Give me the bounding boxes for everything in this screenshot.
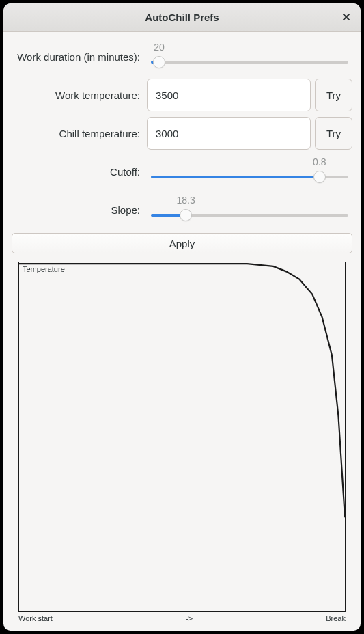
slope-label: Slope:	[12, 204, 147, 216]
slider-thumb[interactable]	[313, 171, 326, 183]
cutoff-row: Cutoff: 0.8	[12, 155, 352, 188]
cutoff-slider[interactable]: 0.8	[147, 155, 352, 188]
chill-temp-label: Chill temperature:	[12, 128, 147, 139]
close-button[interactable]	[337, 9, 355, 27]
work-duration-row: Work duration (in minutes): 20	[12, 40, 352, 73]
chart-xlabel-end: Break	[326, 614, 346, 622]
chart-xlabel-mid: ->	[186, 614, 193, 622]
temperature-chart: Temperature	[18, 262, 346, 612]
slider-thumb[interactable]	[180, 209, 192, 221]
window-title: AutoChill Prefs	[145, 12, 219, 23]
slope-slider[interactable]: 18.3	[147, 193, 352, 226]
cutoff-label: Cutoff:	[12, 166, 147, 178]
slope-row: Slope: 18.3	[12, 193, 352, 226]
work-temp-row: Work temperature: Try	[12, 79, 352, 111]
close-icon	[342, 12, 350, 24]
work-temp-input[interactable]	[147, 79, 311, 111]
cutoff-value: 0.8	[313, 156, 326, 167]
work-temp-try-button[interactable]: Try	[315, 79, 352, 111]
chill-temp-row: Chill temperature: Try	[12, 117, 352, 150]
slope-value: 18.3	[177, 195, 195, 206]
work-duration-value: 20	[154, 42, 165, 53]
chill-temp-try-button[interactable]: Try	[315, 117, 352, 150]
chart-xaxis: Work start -> Break	[18, 612, 346, 631]
apply-button[interactable]: Apply	[12, 233, 352, 253]
work-duration-label: Work duration (in minutes):	[12, 51, 147, 63]
work-temp-label: Work temperature:	[12, 89, 147, 101]
content-area: Work duration (in minutes): 20 Work temp…	[3, 32, 361, 229]
chart-xlabel-start: Work start	[18, 614, 53, 622]
titlebar: AutoChill Prefs	[3, 3, 361, 32]
chart-area: Temperature Work start -> Break	[3, 253, 361, 631]
prefs-window: AutoChill Prefs Work duration (in minute…	[3, 3, 361, 631]
work-duration-slider[interactable]: 20	[147, 40, 352, 73]
slider-thumb[interactable]	[153, 56, 165, 68]
chart-curve	[19, 262, 345, 611]
chill-temp-input[interactable]	[147, 117, 311, 150]
